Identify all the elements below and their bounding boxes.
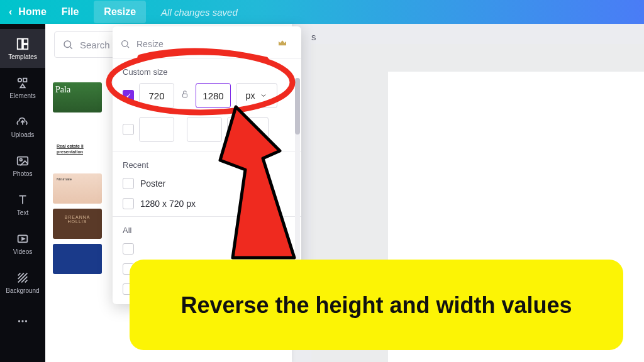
option-label: Poster: [140, 178, 165, 189]
rail-elements[interactable]: Elements: [0, 68, 45, 107]
unit-select-2[interactable]: [227, 117, 269, 142]
resize-option[interactable]: [113, 239, 301, 259]
back-chevron-icon[interactable]: ‹: [9, 6, 12, 18]
resize-search-input[interactable]: Resize: [120, 33, 294, 55]
svg-rect-4: [23, 78, 26, 82]
left-nav-rail: Templates Elements Uploads Photos Text V…: [0, 24, 45, 362]
crown-icon: [277, 38, 294, 50]
svg-marker-9: [22, 238, 25, 240]
templates-icon: [16, 37, 30, 51]
option-checkbox[interactable]: [123, 178, 134, 189]
rail-photos[interactable]: Photos: [0, 146, 45, 185]
rail-label: Videos: [13, 248, 32, 255]
rail-uploads[interactable]: Uploads: [0, 107, 45, 146]
custom-size-checkbox[interactable]: ✓: [123, 90, 134, 101]
panel-search-placeholder: Search: [80, 40, 110, 50]
width-input[interactable]: [139, 83, 174, 108]
rail-label: Photos: [13, 170, 32, 177]
unit-value: px: [246, 90, 255, 101]
custom-size-row: ✓ px: [113, 80, 301, 114]
thumb-text: Real estate li: [57, 143, 98, 149]
text-icon: [16, 193, 30, 207]
svg-rect-1: [23, 38, 28, 43]
annotation-callout: Reverse the height and width values: [130, 260, 623, 350]
top-menu-bar: ‹ Home File Resize All changes saved: [0, 0, 644, 24]
rail-videos[interactable]: Videos: [0, 224, 45, 263]
search-icon: [62, 39, 74, 50]
custom-size-label: Custom size: [113, 63, 301, 80]
rail-more[interactable]: [0, 302, 45, 341]
option-checkbox[interactable]: [123, 198, 134, 209]
height-input-2[interactable]: [187, 117, 222, 142]
search-icon: [120, 39, 130, 49]
more-icon: [16, 314, 30, 328]
svg-point-14: [122, 41, 128, 47]
svg-rect-2: [23, 44, 28, 48]
custom-size-checkbox[interactable]: [123, 124, 134, 135]
rail-label: Text: [17, 209, 28, 216]
rail-text[interactable]: Text: [0, 185, 45, 224]
svg-rect-15: [183, 94, 187, 97]
divider: [113, 58, 301, 58]
resize-search-placeholder: Resize: [136, 39, 164, 49]
divider: [113, 216, 301, 217]
videos-icon: [16, 232, 30, 246]
rail-label: Background: [6, 287, 39, 294]
template-thumb[interactable]: BREANNA HOLLIS: [53, 209, 102, 239]
template-thumb[interactable]: Pala: [53, 82, 102, 112]
dropdown-scrollbar-thumb[interactable]: [295, 78, 300, 134]
chevron-down-icon: [260, 92, 267, 99]
menu-home[interactable]: Home: [18, 6, 46, 18]
custom-size-row-secondary: [113, 114, 301, 148]
uploads-icon: [16, 115, 30, 129]
lock-aspect-icon[interactable]: [179, 90, 191, 101]
svg-point-3: [18, 78, 22, 82]
svg-point-10: [18, 320, 20, 322]
rail-templates[interactable]: Templates: [0, 29, 45, 68]
menu-file[interactable]: File: [62, 6, 79, 18]
resize-option-poster[interactable]: Poster: [113, 173, 301, 194]
option-checkbox[interactable]: [123, 243, 134, 255]
rail-label: Templates: [8, 53, 37, 60]
menu-resize[interactable]: Resize: [94, 1, 146, 23]
thumb-text: presentation: [57, 149, 98, 155]
svg-point-11: [21, 320, 23, 322]
background-icon: [16, 271, 30, 285]
recent-label: Recent: [113, 156, 301, 173]
svg-rect-0: [18, 38, 22, 49]
rail-background[interactable]: Background: [0, 263, 45, 302]
all-label: All: [113, 222, 301, 239]
rail-label: Elements: [9, 92, 36, 99]
rail-label: Uploads: [11, 131, 35, 138]
template-thumb[interactable]: Minimale: [53, 173, 102, 204]
chevron-down-icon: [247, 126, 254, 133]
svg-point-12: [25, 320, 27, 322]
resize-option-recent-size[interactable]: 1280 x 720 px: [113, 194, 301, 214]
save-status: All changes saved: [161, 7, 238, 18]
photos-icon: [16, 154, 30, 168]
svg-marker-5: [20, 84, 25, 87]
elements-icon: [16, 76, 30, 90]
template-thumb[interactable]: Real estate li presentation: [53, 138, 102, 168]
svg-point-7: [19, 158, 22, 161]
unit-select[interactable]: px: [236, 83, 277, 108]
option-label: 1280 x 720 px: [140, 199, 196, 209]
template-thumb[interactable]: [53, 244, 102, 274]
svg-point-13: [64, 41, 71, 48]
divider: [113, 151, 301, 151]
canvas-toolbar-remnant: s: [311, 31, 316, 42]
height-input[interactable]: [196, 83, 231, 108]
width-input-2[interactable]: [139, 117, 174, 142]
